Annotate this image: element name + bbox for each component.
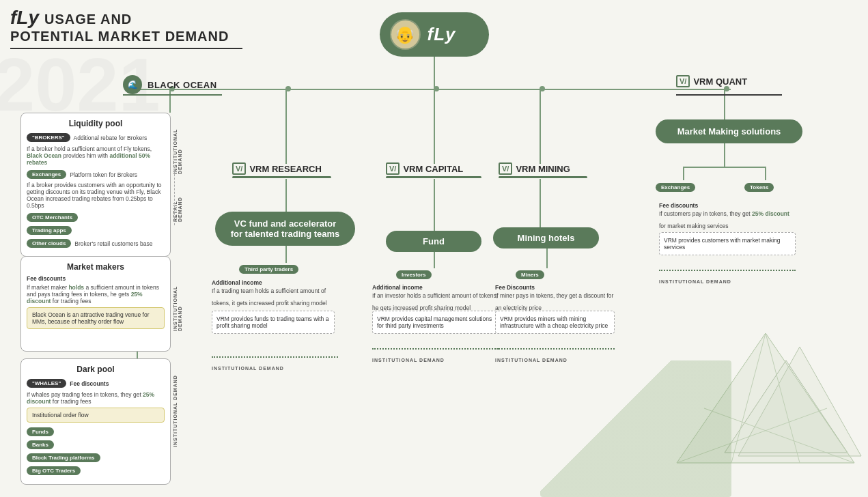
vrm-mining-header: V/ VRM MINING — [499, 162, 570, 175]
vrm-mining-name: VRM MINING — [516, 164, 570, 174]
mm-dotted — [659, 270, 796, 271]
research-party-tag: Third party traders — [239, 265, 298, 274]
usage-line2: POTENTIAL MARKET DEMAND — [10, 29, 242, 44]
black-ocean-header: 🌊 BLACK OCEAN — [123, 75, 217, 94]
vrm-research-header: V/ VRM RESEARCH — [232, 162, 322, 175]
mining-info-box: VRM provides miners with mining infrastr… — [495, 311, 615, 334]
mm-info-box: VRM provides customers with market makin… — [659, 232, 796, 255]
trading-tag: Trading apps — [27, 226, 72, 235]
capital-investors-connector — [434, 251, 435, 268]
vrm-mining-underline — [499, 176, 587, 178]
otc-tag: OTC Merchants — [27, 213, 78, 222]
mm-info: Black Ocean is an attractive trading ven… — [27, 307, 165, 329]
mining-miners-connector — [546, 248, 548, 268]
title-divider — [10, 48, 242, 49]
vrm-mining-logo: V/ — [499, 162, 512, 175]
lp-institutional-label: INSTITUTIONAL DEMAND — [173, 119, 182, 174]
vrm-quant-header: V/ VRM QUANT — [676, 75, 747, 87]
research-info-box: VRM provides funds to trading teams with… — [212, 311, 335, 334]
dp-desc: If whales pay trading fees in tokens, th… — [27, 391, 165, 405]
capital-investors-tag: Investors — [396, 270, 432, 279]
vrm-research-pill-text: VC fund and accelerator for talented tra… — [231, 218, 340, 239]
research-traders-connector — [285, 246, 287, 263]
dp-fee-label: Fee discounts — [70, 380, 109, 387]
vrm-capital-header: V/ VRM CAPITAL — [386, 162, 463, 175]
vrm-quant-logo: V/ — [676, 75, 690, 87]
capital-income-desc: If an investor holds a sufficient amount… — [372, 292, 498, 311]
dp-info: Institutional order flow — [27, 408, 165, 423]
dp-institutional-label: INSTITUTIONAL DEMAND — [173, 365, 178, 447]
mining-info-text: VRM provides miners with mining infrastr… — [500, 315, 608, 329]
vrm-research-underline — [232, 176, 331, 178]
mm-desc: If market maker holds a sufficient amoun… — [27, 284, 165, 304]
vrm-mining-pill: Mining hotels — [493, 227, 599, 248]
broker-detail: If a broker hold a sufficient amount of … — [27, 145, 165, 166]
geo-decoration — [663, 326, 868, 497]
mm-sub-h — [683, 167, 765, 168]
banks-tag: Banks — [27, 440, 54, 449]
market-making-title: Market Making solutions — [677, 126, 781, 137]
brokers-tag: "BROKERS" — [27, 133, 70, 142]
vrm-capital-underline — [386, 176, 481, 178]
dot-center-left — [285, 86, 291, 91]
big-otc-tag: Big OTC Traders — [27, 466, 81, 475]
vrm-research-connector — [285, 89, 287, 164]
research-institutional: INSTITUTIONAL DEMAND — [212, 366, 284, 371]
vrm-mining-connector — [540, 89, 541, 164]
mm-tokens-tag: Tokens — [744, 183, 774, 192]
capital-dotted — [372, 348, 499, 350]
lp-divider — [174, 171, 175, 225]
mm-exchanges-v — [683, 167, 684, 180]
main-connector-v — [434, 51, 435, 89]
liquidity-pool-title: Liquidity pool — [27, 119, 165, 128]
mm-info-text: VRM provides customers with market makin… — [664, 237, 781, 251]
market-makers-box: Market makers Fee discounts If market ma… — [20, 256, 171, 352]
fly-title: fLy — [10, 7, 39, 29]
mm-fee-label: Fee discounts — [27, 275, 165, 282]
usage-line1: USAGE AND — [44, 12, 132, 27]
vrm-capital-pill-text: Fund — [423, 236, 445, 246]
vrm-mining-pill-text: Mining hotels — [518, 233, 575, 243]
research-dotted — [212, 356, 338, 358]
other-tag: Other clouds — [27, 239, 71, 248]
dark-pool-box: Dark pool "WHALES" Fee discounts If whal… — [20, 358, 171, 485]
mm-institutional-label: INSTITUTIONAL DEMAND — [173, 263, 182, 331]
vrm-quant-underline — [676, 94, 782, 96]
vrm-research-name: VRM RESEARCH — [249, 164, 321, 174]
vrm-capital-name: VRM CAPITAL — [403, 164, 463, 174]
mining-dotted — [495, 348, 615, 350]
whales-tag: "WHALES" — [27, 379, 66, 388]
vrm-research-logo: V/ — [232, 162, 246, 175]
vrm-capital-logo: V/ — [386, 162, 400, 175]
mm-sub-v — [724, 147, 725, 167]
token-label: fLy — [428, 24, 456, 45]
exchanges-tag: Exchanges — [27, 170, 66, 179]
black-ocean-label: BLACK OCEAN — [148, 80, 217, 90]
capital-info-box: VRM provides capital management solution… — [372, 311, 499, 334]
page-title-area: fLy USAGE AND POTENTIAL MARKET DEMAND — [10, 7, 242, 49]
vrm-quant-connector — [724, 89, 725, 113]
liquidity-pool-box: Liquidity pool "BROKERS" Additional reba… — [20, 113, 171, 257]
avatar: 👴 — [390, 19, 421, 50]
dot-center-right — [540, 86, 545, 91]
research-pill-connector — [285, 179, 287, 213]
broker-desc: Additional rebate for Brokers — [74, 134, 148, 141]
capital-info-text: VRM provides capital management solution… — [377, 315, 492, 329]
mining-institutional: INSTITUTIONAL DEMAND — [495, 358, 568, 363]
exchanges-desc: Platform token for Brokers — [70, 171, 137, 178]
black-ocean-underline — [123, 94, 222, 96]
mining-fee-desc: If miner pays in tokens, they get a disc… — [495, 292, 613, 311]
mm-tokens-v — [765, 167, 766, 180]
other-desc: Broker's retail customers base — [74, 240, 152, 247]
research-info-text: VRM provides funds to trading teams with… — [216, 315, 328, 329]
research-income-desc: If a trading team holds a sufficient amo… — [212, 287, 327, 307]
mining-miners-tag: Miners — [516, 270, 544, 279]
capital-pill-connector — [434, 179, 435, 233]
vrm-quant-name: VRM QUANT — [693, 76, 747, 87]
exchanges-detail: If a broker provides customers with an o… — [27, 182, 165, 209]
black-ocean-icon: 🌊 — [123, 75, 142, 94]
market-making-pill: Market Making solutions — [656, 119, 802, 143]
fly-token-pill: 👴 fLy — [380, 12, 489, 57]
mm-institutional: INSTITUTIONAL DEMAND — [659, 279, 731, 284]
dot-center — [434, 86, 439, 91]
